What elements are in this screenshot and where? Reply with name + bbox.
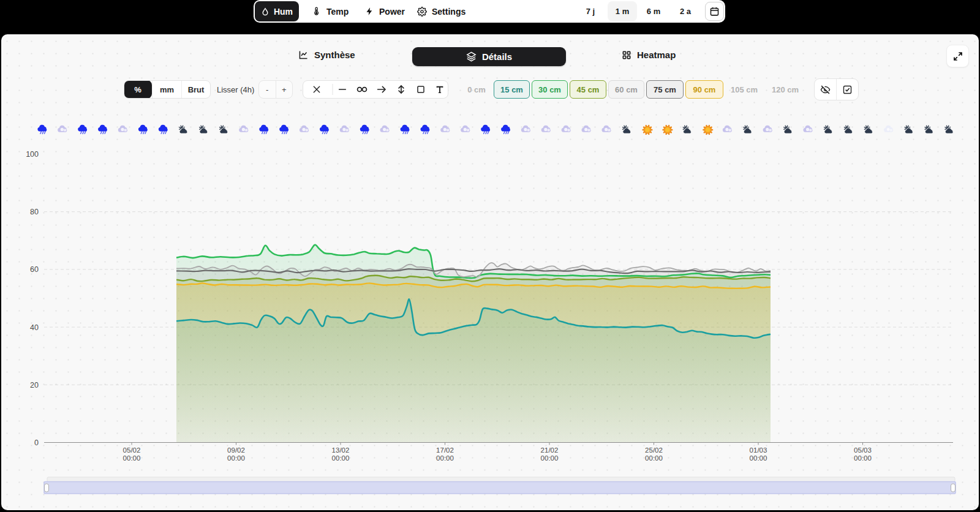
svg-text:00:00: 00:00 xyxy=(227,454,245,462)
svg-text:00:00: 00:00 xyxy=(123,454,141,462)
svg-text:01/03: 01/03 xyxy=(750,446,767,454)
svg-text:0: 0 xyxy=(34,439,39,447)
svg-text:00:00: 00:00 xyxy=(332,454,350,462)
svg-text:17/02: 17/02 xyxy=(436,446,454,454)
svg-text:09/02: 09/02 xyxy=(227,446,245,454)
svg-text:00:00: 00:00 xyxy=(645,454,663,462)
svg-text:05/03: 05/03 xyxy=(854,446,872,454)
svg-text:00:00: 00:00 xyxy=(854,454,872,462)
svg-text:25/02: 25/02 xyxy=(645,446,663,454)
svg-text:80: 80 xyxy=(30,208,39,216)
svg-text:100: 100 xyxy=(26,150,39,159)
svg-text:00:00: 00:00 xyxy=(541,454,559,462)
svg-text:13/02: 13/02 xyxy=(332,446,350,454)
svg-text:20: 20 xyxy=(30,381,39,390)
svg-text:21/02: 21/02 xyxy=(541,446,559,454)
svg-text:40: 40 xyxy=(30,323,39,332)
svg-text:00:00: 00:00 xyxy=(436,454,454,462)
svg-text:60: 60 xyxy=(30,265,39,274)
svg-text:00:00: 00:00 xyxy=(750,454,767,462)
svg-text:05/02: 05/02 xyxy=(123,446,141,454)
